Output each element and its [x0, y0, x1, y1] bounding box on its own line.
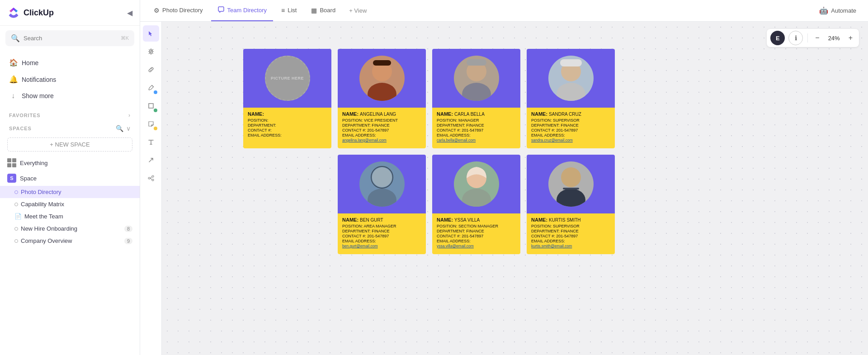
card-2-name: NAME: CARLA BELLA [437, 111, 516, 117]
svg-rect-20 [563, 188, 579, 189]
info-button[interactable]: ℹ [788, 31, 803, 45]
tool-connect[interactable] [143, 170, 159, 186]
svg-point-3 [152, 179, 154, 181]
tree-dot-company-overview [14, 239, 18, 243]
card-1-position: POSITION: VICE PRESIDENT [342, 118, 421, 123]
pencil-dot [154, 90, 157, 94]
card-2-photo [454, 56, 499, 101]
template-card: PICTURE HERE NAME: POSITION: DEPARTMENT:… [243, 49, 331, 148]
card-2-department: DEPARTMENT: FINANCE [437, 123, 516, 128]
card-2-email-label: EMAIL ADDRESS: [437, 133, 516, 137]
card-3-contact: CONTACT #: 201-547897 [531, 128, 610, 133]
search-icon: 🔍 [11, 34, 20, 43]
spaces-expand-icon[interactable]: ∨ [126, 125, 131, 132]
card-1-bottom: NAME: ANGELINA LANG POSITION: VICE PRESI… [338, 108, 426, 148]
card-4-photo [359, 161, 405, 207]
card-6-name: NAME: KURTIS SMITH [531, 217, 610, 222]
search-bar[interactable]: 🔍 ⌘K [5, 30, 134, 46]
card-ben-gurt: NAME: BEN GURT POSITION: AREA MANAGER DE… [338, 155, 426, 254]
card-5-email[interactable]: yssa.villa@email.com [437, 244, 516, 248]
tool-arrow[interactable] [143, 152, 159, 168]
card-5-email-label: EMAIL ADDRESS: [437, 239, 516, 243]
tab-team-directory[interactable]: Team Directory [211, 0, 273, 21]
main-panel: ⚙ Photo Directory Team Directory ≡ List … [140, 0, 868, 355]
card-6-email[interactable]: kurtis.smith@email.com [531, 244, 610, 248]
person-2-silhouette [454, 56, 499, 101]
zoom-separator [807, 33, 808, 43]
new-space-button[interactable]: + NEW SPACE [7, 137, 132, 151]
sidebar-item-capability-matrix[interactable]: Capability Matrix [0, 198, 140, 210]
card-1-email-label: EMAIL ADDRESS: [342, 133, 421, 137]
card-1-email[interactable]: angelina.lang@email.com [342, 138, 421, 142]
search-shortcut: ⌘K [121, 35, 129, 41]
card-5-bottom: NAME: YSSA VILLA POSITION: SECTION MANAG… [432, 213, 520, 254]
card-3-position: POSITION: SUPERVISOR [531, 118, 610, 123]
card-3-email[interactable]: sandra.cruz@email.com [531, 138, 610, 142]
zoom-in-button[interactable]: + [846, 33, 855, 43]
card-2-position: POSITION: MANAGER [437, 118, 516, 123]
card-2-bottom: NAME: CARLA BELLA POSITION: MANAGER DEPA… [432, 108, 520, 148]
card-3-bottom: NAME: SANDRA CRUZ POSITION: SUPERVISOR D… [527, 108, 615, 148]
sidebar-collapse-button[interactable]: ◀ [127, 9, 132, 17]
template-card-bottom: NAME: POSITION: DEPARTMENT: CONTACT #: E… [243, 108, 331, 148]
tool-text[interactable] [143, 134, 159, 150]
tab-photo-directory-icon: ⚙ [154, 7, 160, 14]
zoom-out-button[interactable]: − [812, 33, 822, 43]
svg-rect-12 [560, 59, 582, 66]
card-2-email[interactable]: carla.bella@email.com [437, 138, 516, 142]
card-6-photo [548, 161, 594, 207]
card-4-name: NAME: BEN GURT [342, 217, 421, 222]
tool-pencil[interactable] [143, 80, 159, 96]
svg-rect-0 [149, 104, 153, 108]
sidebar-item-meet-the-team[interactable]: 📄 Meet the Team [0, 210, 140, 222]
svg-point-19 [557, 189, 585, 207]
company-overview-label: Company Overview [21, 237, 72, 244]
tab-board-label: Board [320, 7, 335, 14]
spaces-label: SPACES [9, 126, 32, 131]
sidebar-header: ClickUp ◀ [0, 0, 140, 26]
tab-list[interactable]: ≡ List [275, 0, 303, 21]
card-4-email[interactable]: ben.gurt@email.com [342, 244, 421, 248]
svg-point-5 [368, 83, 396, 101]
tool-magic[interactable] [143, 43, 159, 60]
card-angelina-lang: NAME: ANGELINA LANG POSITION: VICE PRESI… [338, 49, 426, 148]
sidebar-item-photo-directory[interactable]: Photo Directory [0, 186, 140, 198]
search-input[interactable] [24, 35, 117, 42]
tab-board[interactable]: ▦ Board [305, 0, 342, 21]
favorites-expand-icon[interactable]: › [128, 112, 131, 118]
space-label: Space [20, 175, 37, 182]
favorites-label: FAVORITES [9, 113, 40, 118]
tab-board-icon: ▦ [311, 7, 317, 14]
spaces-search-icon[interactable]: 🔍 [116, 125, 123, 132]
tool-link[interactable] [143, 62, 159, 78]
card-5-department: DEPARTMENT: FINANCE [437, 229, 516, 233]
person-4-silhouette [359, 161, 405, 207]
template-card-top: PICTURE HERE [243, 49, 331, 108]
nav-item-notifications[interactable]: 🔔 Notifications [0, 71, 140, 88]
nav-notifications-label: Notifications [22, 76, 56, 83]
card-kurtis-smith: NAME: KURTIS SMITH POSITION: SUPERVISOR … [527, 155, 615, 254]
sidebar-item-space[interactable]: S Space [0, 170, 140, 186]
card-1-contact: CONTACT #: 201-547897 [342, 128, 421, 133]
nav-item-show-more[interactable]: ↓ Show more [0, 88, 140, 104]
toolbar [140, 22, 162, 355]
card-5-photo [454, 161, 499, 207]
sidebar-item-company-overview[interactable]: Company Overview 9 [0, 235, 140, 247]
whiteboard[interactable]: E ℹ − 24% + PICTURE HERE NAME: [162, 22, 868, 355]
tab-add-view[interactable]: + View [344, 0, 372, 21]
sidebar-item-new-hire-onboarding[interactable]: New Hire Onboarding 8 [0, 222, 140, 235]
svg-point-18 [561, 167, 581, 187]
nav-home-label: Home [22, 59, 38, 66]
automate-label: Automate [831, 7, 856, 14]
photo-directory-label: Photo Directory [21, 189, 61, 195]
tool-rect[interactable] [143, 98, 159, 114]
card-6-department: DEPARTMENT: FINANCE [531, 229, 610, 233]
tool-cursor[interactable] [143, 25, 159, 42]
card-5-name: NAME: YSSA VILLA [437, 217, 516, 222]
tab-photo-directory[interactable]: ⚙ Photo Directory [147, 0, 209, 21]
tool-sticky[interactable] [143, 116, 159, 132]
nav-item-home[interactable]: 🏠 Home [0, 54, 140, 71]
person-6-silhouette [548, 161, 594, 207]
sidebar-item-everything[interactable]: Everything [0, 155, 140, 170]
automate-button[interactable]: 🤖 Automate [815, 5, 861, 17]
